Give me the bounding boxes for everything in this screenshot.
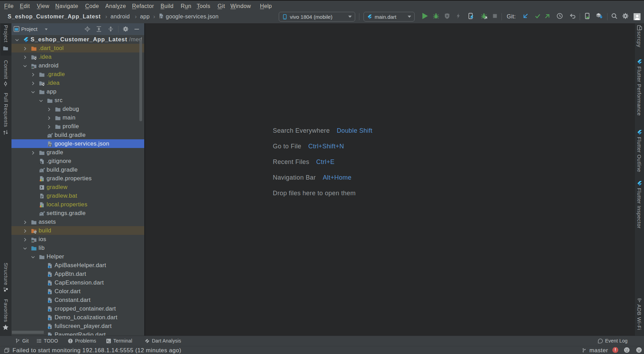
- svg-text:{}: {}: [160, 16, 163, 18]
- svg-text:{}: {}: [48, 144, 52, 147]
